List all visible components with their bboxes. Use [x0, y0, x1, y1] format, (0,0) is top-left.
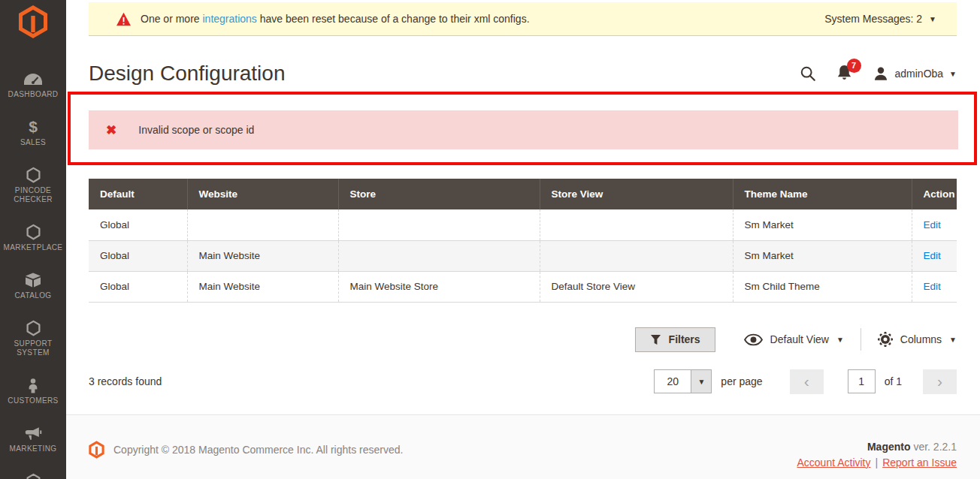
grid-toolbar: Filters Default View ▼ Columns ▼ [89, 327, 957, 352]
chevron-down-icon: ▼ [949, 336, 957, 344]
records-count: 3 records found [89, 375, 162, 387]
columns-selector[interactable]: Columns ▼ [878, 332, 957, 347]
design-config-grid: Default Website Store Store View Theme N… [89, 179, 957, 303]
sidebar-item-marketing[interactable]: MARKETING [2, 425, 65, 453]
error-message: ✖ Invalid scope or scope id [89, 110, 958, 149]
filters-label: Filters [669, 333, 700, 345]
cell-theme-name: Sm Market [733, 240, 912, 271]
package-icon [24, 272, 42, 288]
link-separator: | [876, 456, 879, 468]
sidebar-item-label: DASHBOARD [8, 90, 59, 99]
sidebar-item-label: SUPPORT SYSTEM [2, 339, 65, 357]
column-header-store-view[interactable]: Store View [540, 179, 733, 209]
dollar-icon: $ [29, 119, 38, 135]
admin-sidebar: DASHBOARD $ SALES PINCODE CHECKER MARKET… [0, 0, 66, 479]
report-issue-link[interactable]: Report an Issue [882, 456, 957, 468]
username: adminOba [895, 68, 944, 80]
sidebar-item-dashboard[interactable]: DASHBOARD [2, 71, 65, 99]
sidebar-item-marketplace[interactable]: MARKETPLACE [2, 224, 65, 252]
system-message-text: One or more integrations have been reset… [141, 13, 530, 25]
notifications-button[interactable]: 7 [836, 64, 853, 84]
per-page-select[interactable]: 20 ▼ [654, 369, 712, 393]
cell-website [187, 209, 338, 240]
cell-store: Main Website Store [338, 271, 540, 302]
sidebar-item-label: PINCODE CHECKER [2, 186, 65, 204]
person-icon [26, 377, 40, 393]
column-header-store[interactable]: Store [338, 179, 540, 209]
megaphone-icon [24, 425, 42, 441]
sidebar-item-label: MARKETPLACE [4, 243, 63, 252]
cell-website: Main Website [187, 271, 338, 302]
cell-theme-name: Sm Child Theme [733, 271, 912, 302]
sidebar-item-pincode-checker[interactable]: PINCODE CHECKER [2, 167, 65, 204]
sidebar-item-catalog[interactable]: CATALOG [2, 272, 65, 300]
total-pages-label: of 1 [885, 375, 902, 387]
column-header-default[interactable]: Default [89, 179, 187, 209]
cell-store-view [540, 209, 733, 240]
chevron-down-icon: ▼ [836, 336, 844, 344]
sidebar-item-label: SALES [20, 138, 46, 147]
magento-footer-logo-icon [89, 441, 104, 459]
column-header-website[interactable]: Website [187, 179, 338, 209]
user-icon [873, 65, 889, 82]
prev-page-button[interactable]: ‹ [790, 369, 824, 394]
table-row: Global Sm Market Edit [89, 209, 957, 240]
eye-icon [744, 333, 763, 346]
account-activity-link[interactable]: Account Activity [797, 456, 870, 468]
cell-default: Global [89, 271, 187, 302]
brand-name: Magento [867, 441, 911, 453]
column-header-theme-name[interactable]: Theme Name [733, 179, 912, 209]
page-title: Design Configuration [89, 62, 286, 86]
edit-link[interactable]: Edit [924, 250, 941, 261]
chevron-down-icon: ▼ [691, 370, 711, 393]
system-messages-count: System Messages: 2 [824, 13, 922, 25]
copyright-text: Copyright © 2018 Magento Commerce Inc. A… [113, 444, 403, 456]
page-footer: Copyright © 2018 Magento Commerce Inc. A… [66, 414, 980, 479]
table-row: Global Main Website Main Website Store D… [89, 271, 957, 302]
error-message-text: Invalid scope or scope id [138, 124, 254, 136]
filters-button[interactable]: Filters [635, 327, 715, 352]
hexagon-icon [26, 320, 41, 336]
search-icon[interactable] [800, 65, 816, 82]
hexagon-icon [26, 473, 41, 479]
dashboard-gauge-icon [23, 71, 43, 87]
sidebar-item-support-system[interactable]: SUPPORT SYSTEM [2, 320, 65, 357]
view-selector[interactable]: Default View ▼ [744, 333, 844, 346]
error-x-icon: ✖ [106, 122, 116, 138]
integrations-link[interactable]: integrations [202, 13, 256, 25]
cell-store [338, 209, 540, 240]
gear-icon [878, 332, 893, 347]
column-header-action[interactable]: Action [912, 179, 957, 209]
cell-theme-name: Sm Market [733, 209, 912, 240]
system-messages-bar: One or more integrations have been reset… [89, 2, 957, 36]
page-number-input[interactable] [848, 369, 876, 393]
sidebar-item-label: MARKETING [9, 444, 56, 453]
view-label: Default View [770, 333, 829, 345]
cell-store-view [540, 240, 733, 271]
message-prefix: One or more [141, 13, 202, 25]
account-menu[interactable]: adminOba ▼ [873, 65, 957, 82]
system-messages-toggle[interactable]: System Messages: 2 ▼ [824, 13, 936, 25]
grid-footer: 3 records found 20 ▼ per page ‹ of 1 › [89, 369, 957, 394]
warning-triangle-icon [116, 12, 132, 26]
table-row: Global Main Website Sm Market Edit [89, 240, 957, 271]
per-page-value: 20 [655, 370, 691, 393]
filter-funnel-icon [650, 334, 661, 345]
columns-label: Columns [900, 333, 942, 345]
hexagon-icon [26, 167, 41, 183]
annotation-highlight-box: ✖ Invalid scope or scope id [68, 92, 977, 165]
sidebar-item-customers[interactable]: CUSTOMERS [2, 377, 65, 405]
message-suffix: have been reset because of a change to t… [257, 13, 530, 25]
next-page-button[interactable]: › [923, 369, 957, 394]
version-text: ver. 2.2.1 [911, 441, 957, 453]
main-content: One or more integrations have been reset… [66, 0, 980, 479]
sidebar-item-reward-system[interactable]: REWARD SYSTEM [2, 473, 65, 479]
magento-logo-icon[interactable] [18, 5, 48, 42]
chevron-down-icon: ▼ [949, 70, 957, 78]
hexagon-icon [26, 224, 41, 240]
notification-badge: 7 [847, 59, 861, 73]
edit-link[interactable]: Edit [924, 219, 941, 230]
sidebar-item-sales[interactable]: $ SALES [2, 119, 65, 147]
edit-link[interactable]: Edit [924, 281, 941, 292]
cell-store-view: Default Store View [540, 271, 733, 302]
